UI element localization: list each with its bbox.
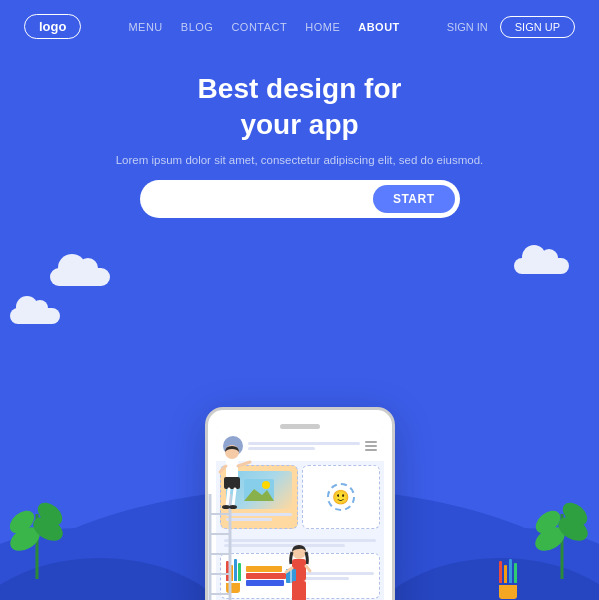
pencil-blue xyxy=(509,559,512,583)
nav-about[interactable]: ABOUT xyxy=(358,21,400,33)
cloud-3 xyxy=(514,258,569,274)
sign-in-link[interactable]: SIGN IN xyxy=(447,21,488,33)
plant-right xyxy=(534,484,589,588)
nav-blog[interactable]: BLOG xyxy=(181,21,214,33)
start-button[interactable]: START xyxy=(373,185,455,213)
plant-left xyxy=(10,484,65,588)
svg-rect-42 xyxy=(292,581,306,600)
nav-contact[interactable]: CONTACT xyxy=(231,21,287,33)
svg-line-30 xyxy=(238,462,250,466)
phone-emoji-card: 🙂 xyxy=(302,465,380,529)
svg-line-33 xyxy=(233,489,235,506)
search-input[interactable] xyxy=(156,192,373,206)
person-standing xyxy=(280,544,318,600)
sign-up-button[interactable]: SIGN UP xyxy=(500,16,575,38)
svg-line-31 xyxy=(220,466,226,472)
pencil-green xyxy=(514,563,517,583)
navbar: logo MENU BLOG CONTACT HOME ABOUT SIGN I… xyxy=(0,0,599,53)
phone-notch xyxy=(280,424,320,429)
cloud-2 xyxy=(10,308,60,324)
svg-point-35 xyxy=(229,505,237,509)
nav-menu[interactable]: MENU xyxy=(128,21,162,33)
desk-items xyxy=(487,559,529,600)
cloud-1 xyxy=(50,268,110,286)
nav-links: MENU BLOG CONTACT HOME ABOUT xyxy=(128,21,399,33)
hamburger-icon xyxy=(365,441,377,451)
stationery-set xyxy=(499,559,517,583)
nav-right: SIGN IN SIGN UP xyxy=(447,16,575,38)
hero-subtitle: Lorem ipsum dolor sit amet, consectetur … xyxy=(20,154,579,166)
phone-topbar xyxy=(216,420,384,431)
svg-line-41 xyxy=(306,566,310,571)
svg-point-34 xyxy=(222,505,230,509)
person2-svg xyxy=(280,544,318,600)
person-on-ladder xyxy=(212,444,252,518)
pencil-red xyxy=(499,561,502,583)
mug xyxy=(499,585,517,599)
svg-line-32 xyxy=(227,489,229,506)
person1-svg xyxy=(212,444,252,514)
search-bar: START xyxy=(140,180,460,218)
pencil-4 xyxy=(238,563,241,581)
phone-header-lines xyxy=(248,440,360,452)
plant-right-svg xyxy=(534,484,589,584)
bottom-line-1 xyxy=(224,539,376,542)
hero-scene: 🙂 xyxy=(0,228,599,600)
hero-section: Best design for your app Lorem ipsum dol… xyxy=(0,53,599,228)
book-3 xyxy=(246,580,284,586)
ph-line-1 xyxy=(248,442,360,445)
svg-rect-28 xyxy=(226,459,238,479)
svg-point-19 xyxy=(262,481,270,489)
svg-rect-29 xyxy=(224,477,240,489)
nav-home[interactable]: HOME xyxy=(305,21,340,33)
pencil-yellow xyxy=(504,565,507,583)
plant-left-svg xyxy=(10,484,65,584)
smiley-icon: 🙂 xyxy=(327,483,355,511)
book-1 xyxy=(246,566,282,572)
logo[interactable]: logo xyxy=(24,14,81,39)
ph-line-2 xyxy=(248,447,315,450)
hero-title: Best design for your app xyxy=(20,71,579,144)
